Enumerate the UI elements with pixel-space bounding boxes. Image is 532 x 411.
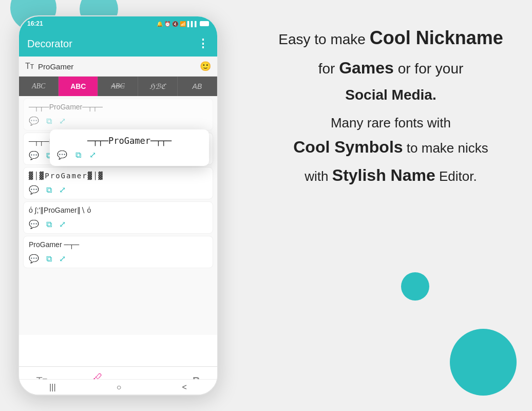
tab-label-4: AB	[193, 82, 202, 90]
share-icon-5[interactable]: ⤢	[59, 254, 66, 264]
action-icons-1: 💬 ⧉ ⤢	[29, 116, 207, 126]
app-title: Decorator	[27, 38, 72, 50]
notification-icon: 🔔	[157, 21, 163, 27]
font-text-5: ProGamer ─┬─	[29, 240, 207, 252]
promo-text-2c: or for your	[394, 61, 463, 77]
tab-3[interactable]: ℌℬℭ	[138, 77, 178, 96]
phone-body: 16:21 🔔 ⏰ 🔇 📶 ▌▌▌ Decorator ⋮ Tт ProGame…	[18, 15, 218, 396]
input-text[interactable]: ProGamer	[38, 62, 196, 71]
font-row-3: ▓│▓ProGamer▓│▓ 💬 ⧉ ⤢	[23, 167, 213, 199]
font-text-3: ▓│▓ProGamer▓│▓	[29, 172, 207, 183]
popup-action-icons: 💬 ⧉ ⤢	[57, 150, 202, 160]
promo-text-1a: Easy to make	[278, 31, 369, 47]
whatsapp-icon-4[interactable]: 💬	[29, 219, 39, 229]
alarm-icon: ⏰	[164, 21, 170, 27]
font-row-1: ─┬┬─ProGamer─┬┬─ 💬 ⧉ ⤢	[23, 98, 213, 130]
home-icon[interactable]: ○	[117, 383, 122, 392]
phone-mockup: 16:21 🔔 ⏰ 🔇 📶 ▌▌▌ Decorator ⋮ Tт ProGame…	[18, 15, 218, 396]
menu-button[interactable]: ⋮	[197, 37, 209, 50]
mute-icon: 🔇	[172, 21, 178, 27]
right-text-panel: Easy to make Cool Nickname for Games or …	[265, 26, 517, 193]
popup-whatsapp-icon[interactable]: 💬	[57, 150, 67, 160]
whatsapp-icon-1[interactable]: 💬	[29, 116, 39, 126]
home-bar: ||| ○ <	[19, 379, 217, 395]
battery-icon	[200, 21, 209, 26]
promo-text-1b: Cool Nickname	[370, 27, 503, 48]
tab-0[interactable]: ABC	[19, 77, 59, 96]
popup-copy-icon[interactable]: ⧉	[75, 151, 81, 160]
tab-label-2: ABC	[111, 82, 124, 90]
input-row: Tт ProGamer 🙂	[19, 57, 217, 77]
action-icons-3: 💬 ⧉ ⤢	[29, 185, 207, 195]
font-text-4: ό ∫;'‖ProGamer‖∖ ό	[29, 206, 207, 217]
copy-icon-3[interactable]: ⧉	[46, 185, 52, 195]
tab-4[interactable]: AB	[178, 77, 217, 96]
popup-font-text: ─┬┬─ProGamer─┬┬─	[57, 136, 202, 146]
status-time: 16:21	[27, 20, 43, 27]
whatsapp-icon-2[interactable]: 💬	[29, 151, 39, 160]
font-row-4: ό ∫;'‖ProGamer‖∖ ό 💬 ⧉ ⤢	[23, 201, 213, 234]
status-bar: 16:21 🔔 ⏰ 🔇 📶 ▌▌▌	[19, 16, 217, 31]
promo-line-3: Social Media.	[265, 85, 517, 105]
wifi-icon: 📶	[180, 21, 186, 27]
promo-line-5: Cool Symbols to make nicks	[265, 136, 517, 158]
popup-share-icon[interactable]: ⤢	[89, 150, 96, 160]
whatsapp-icon-5[interactable]: 💬	[29, 254, 39, 264]
tab-label-3: ℌℬℭ	[149, 82, 166, 91]
bg-circle-bottom-right	[450, 329, 517, 396]
app-bar: Decorator ⋮	[19, 31, 217, 57]
status-icons: 🔔 ⏰ 🔇 📶 ▌▌▌	[157, 21, 209, 27]
promo-line-4: Many rare fonts with	[265, 114, 517, 132]
promo-text-5b: to make nicks	[403, 140, 488, 156]
copy-icon-5[interactable]: ⧉	[46, 254, 52, 264]
whatsapp-icon-3[interactable]: 💬	[29, 185, 39, 195]
action-icons-4: 💬 ⧉ ⤢	[29, 219, 207, 229]
share-icon-4[interactable]: ⤢	[59, 219, 66, 229]
font-text-1: ─┬┬─ProGamer─┬┬─	[29, 103, 207, 114]
signal-icon: ▌▌▌	[187, 21, 198, 27]
promo-text-2a: for	[318, 61, 339, 77]
font-row-5: ProGamer ─┬─ 💬 ⧉ ⤢	[23, 236, 213, 268]
recents-icon[interactable]: |||	[49, 383, 55, 392]
promo-line-1: Easy to make Cool Nickname	[265, 26, 517, 51]
tab-label-0: ABC	[32, 82, 45, 90]
copy-icon-4[interactable]: ⧉	[46, 220, 52, 229]
action-icons-5: 💬 ⧉ ⤢	[29, 254, 207, 264]
bg-circle-mid-right	[401, 272, 429, 301]
tab-1[interactable]: ABC	[59, 77, 98, 96]
popup-card: ─┬┬─ProGamer─┬┬─ 💬 ⧉ ⤢	[50, 129, 209, 166]
tab-2[interactable]: ABC	[98, 77, 138, 96]
tabs-bar: ABC ABC ABC ℌℬℭ AB	[19, 77, 217, 96]
promo-text-6a: with	[305, 169, 332, 184]
promo-text-2b: Games	[339, 59, 394, 77]
copy-icon-1[interactable]: ⧉	[46, 117, 52, 126]
tab-label-1: ABC	[70, 82, 86, 90]
promo-line-2: for Games or for your	[265, 57, 517, 79]
promo-text-6c: Editor.	[435, 169, 477, 184]
back-icon[interactable]: <	[182, 383, 187, 392]
promo-line-6: with Stylish Name Editor.	[265, 164, 517, 186]
font-icon: Tт	[25, 62, 34, 71]
share-icon-1[interactable]: ⤢	[59, 116, 66, 126]
promo-text-5a: Cool Symbols	[293, 138, 403, 156]
promo-text-6b: Stylish Name	[332, 166, 435, 184]
share-icon-3[interactable]: ⤢	[59, 185, 66, 195]
emoji-button[interactable]: 🙂	[200, 61, 211, 72]
